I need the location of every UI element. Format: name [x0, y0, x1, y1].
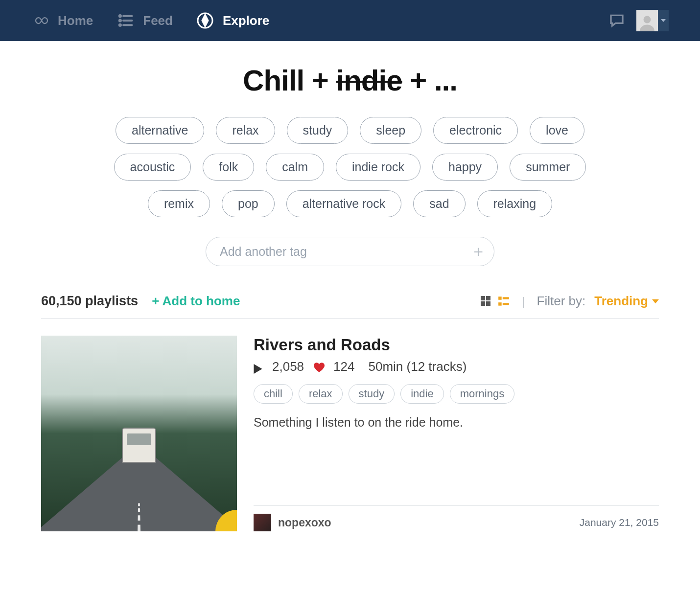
add-tag-wrap: + [0, 237, 700, 266]
playlist-title[interactable]: Rivers and Roads [254, 336, 659, 354]
tag-row-1: alternative relax study sleep electronic… [116, 117, 584, 144]
tag-calm[interactable]: calm [266, 154, 324, 181]
compass-icon [196, 12, 214, 29]
svg-rect-12 [498, 296, 501, 300]
playlist-footer: nopexoxo January 21, 2015 [254, 505, 659, 531]
nav-home[interactable]: Home [31, 12, 93, 29]
tag-cloud: alternative relax study sleep electronic… [0, 117, 700, 217]
avatar [636, 10, 658, 31]
author-name: nopexoxo [278, 516, 331, 529]
caret-down-icon [658, 10, 669, 31]
filter-dropdown[interactable]: Trending [594, 294, 659, 309]
tag-row-3: remix pop alternative rock sad relaxing [148, 190, 552, 217]
tag-indie-rock[interactable]: indie rock [336, 154, 420, 181]
add-to-home[interactable]: + Add to home [152, 294, 240, 309]
play-count: 2,058 [272, 359, 304, 374]
grid-view-icon[interactable] [480, 295, 492, 308]
nav-feed[interactable]: Feed [117, 12, 173, 29]
tag-sad[interactable]: sad [413, 190, 465, 217]
playlist-date: January 21, 2015 [580, 517, 659, 528]
add-tag-field[interactable]: + [206, 237, 494, 266]
navbar: Home Feed Explore [0, 0, 700, 41]
nav-explore[interactable]: Explore [196, 12, 269, 29]
svg-point-0 [119, 15, 121, 17]
tag-study[interactable]: study [287, 117, 349, 144]
heading: Chill + indie + ... [0, 64, 700, 97]
filter-value-text: Trending [594, 294, 648, 309]
tag-pop[interactable]: pop [222, 190, 275, 217]
author-avatar [254, 514, 271, 531]
author[interactable]: nopexoxo [254, 514, 331, 531]
playlist-cover[interactable] [41, 336, 237, 531]
mini-tag-chill[interactable]: chill [254, 384, 293, 404]
duration: 50min (12 tracks) [368, 359, 467, 374]
results-right: | Filter by: Trending [480, 294, 659, 309]
heading-ellipsis: ... [434, 64, 457, 97]
list-icon [117, 12, 134, 29]
nav-feed-label: Feed [143, 13, 173, 28]
add-tag-input[interactable] [220, 245, 473, 259]
filter-label: Filter by: [537, 294, 586, 309]
nav-home-label: Home [58, 13, 93, 28]
playlist-count: 60,150 playlists [41, 294, 138, 309]
tag-row-2: acoustic folk calm indie rock happy summ… [114, 154, 586, 181]
infinity-icon [31, 12, 49, 29]
svg-rect-15 [503, 303, 509, 305]
divider: | [522, 295, 525, 308]
svg-rect-11 [486, 301, 490, 306]
playlist-tags: chill relax study indie mornings [254, 384, 659, 404]
mini-tag-relax[interactable]: relax [299, 384, 343, 404]
tag-relax[interactable]: relax [216, 117, 275, 144]
heading-plus-1: + [312, 64, 336, 97]
svg-rect-14 [498, 302, 501, 306]
play-icon [254, 362, 263, 372]
playlist-stats: 2,058 124 50min (12 tracks) [254, 359, 659, 374]
tag-remix[interactable]: remix [148, 190, 210, 217]
svg-rect-8 [481, 296, 485, 300]
svg-rect-13 [503, 297, 509, 299]
mini-tag-study[interactable]: study [349, 384, 395, 404]
like-count: 124 [333, 359, 354, 374]
heading-tag1[interactable]: Chill [243, 64, 304, 97]
heart-icon[interactable] [313, 361, 325, 373]
results-left: 60,150 playlists + Add to home [41, 294, 240, 309]
svg-point-7 [644, 16, 651, 23]
nav-explore-label: Explore [223, 13, 269, 28]
tag-relaxing[interactable]: relaxing [477, 190, 553, 217]
tag-alternative-rock[interactable]: alternative rock [286, 190, 402, 217]
mini-tag-mornings[interactable]: mornings [450, 384, 514, 404]
tag-folk[interactable]: folk [203, 154, 254, 181]
caret-down-icon [652, 299, 659, 304]
tag-sleep[interactable]: sleep [360, 117, 421, 144]
playlist-card: Rivers and Roads 2,058 124 50min (12 tra… [41, 336, 659, 531]
svg-rect-10 [481, 301, 485, 306]
plus-icon[interactable]: + [473, 242, 483, 261]
tag-happy[interactable]: happy [432, 154, 498, 181]
view-toggle [480, 295, 510, 308]
results-bar: 60,150 playlists + Add to home | Filter … [41, 294, 659, 319]
tag-love[interactable]: love [530, 117, 584, 144]
tag-alternative[interactable]: alternative [116, 117, 204, 144]
mini-tag-indie[interactable]: indie [400, 384, 443, 404]
svg-rect-9 [486, 296, 490, 300]
tag-electronic[interactable]: electronic [433, 117, 518, 144]
playlist-body: Rivers and Roads 2,058 124 50min (12 tra… [254, 336, 659, 531]
chat-icon[interactable] [609, 13, 625, 28]
list-view-icon[interactable] [497, 295, 510, 308]
tag-summer[interactable]: summer [510, 154, 586, 181]
tag-acoustic[interactable]: acoustic [114, 154, 191, 181]
playlist-description: Something I listen to on the ride home. [254, 415, 659, 430]
svg-point-2 [119, 20, 121, 21]
heading-plus-2: + [410, 64, 434, 97]
svg-point-4 [119, 24, 121, 26]
user-menu[interactable] [636, 10, 669, 31]
nav-right [609, 10, 669, 31]
heading-tag2[interactable]: indie [336, 64, 402, 97]
nav-left: Home Feed Explore [31, 12, 269, 29]
